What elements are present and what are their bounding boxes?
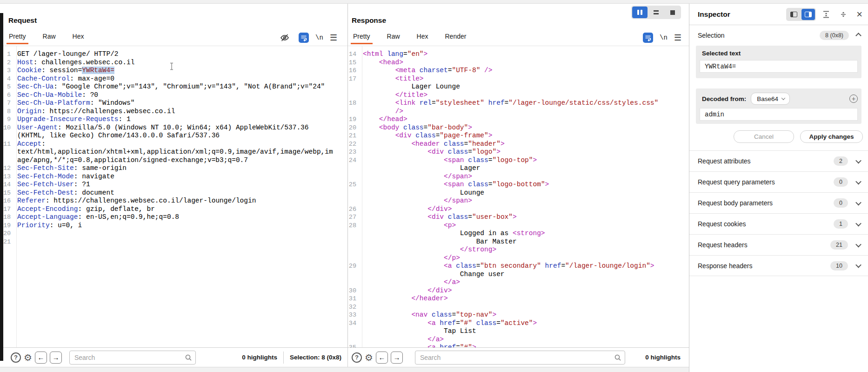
prev-match-button[interactable]: ← [35,352,47,364]
chevron-up-icon[interactable] [855,33,861,39]
code-line[interactable]: 6Sec-Ch-Ua-Mobile: ?0 [3,91,347,100]
settings-gear-icon[interactable]: ⚙ [24,352,32,363]
code-line[interactable]: 21 [3,238,347,246]
code-line[interactable]: 2Host: challenges.websec.co.il [3,59,347,67]
code-line[interactable]: age/apng,*/*;q=0.8,application/signed-ex… [3,156,347,165]
code-line[interactable]: 35 <a href="#"> [348,344,689,347]
dock-right-icon[interactable] [801,9,815,20]
code-line[interactable]: 20 <body class="bar-body"> [348,124,689,132]
inspector-section-request-cookies[interactable]: Request cookies1 [689,213,868,234]
code-line[interactable]: 3Cookie: session=YWRtaW4= [3,67,347,75]
code-line[interactable]: 4Cache-Control: max-age=0 [3,75,347,83]
dock-left-icon[interactable] [787,9,801,20]
code-line[interactable]: 27 <div class="user-box"> [348,213,689,222]
code-line[interactable]: 19 </head> [348,115,689,124]
selected-text-value[interactable]: YWRtaW4= [700,60,858,73]
chevron-down-icon[interactable] [855,157,861,163]
tab-render[interactable]: Render [445,33,467,40]
code-line[interactable]: 20 [3,230,347,238]
chevron-down-icon[interactable] [855,262,861,268]
code-line[interactable]: 16 <meta charset="UTF-8" /> [348,67,689,75]
code-line[interactable]: Tap List [348,327,689,336]
code-line[interactable]: Lager [348,164,689,173]
code-line[interactable]: 26 </div> [348,205,689,214]
cancel-button[interactable]: Cancel [734,130,794,143]
tab-pretty[interactable]: Pretty [9,33,26,40]
code-line[interactable]: </a> [348,278,689,287]
inspector-section-request-body-parameters[interactable]: Request body parameters0 [689,192,868,213]
apply-changes-button[interactable]: Apply changes [800,130,863,143]
code-line[interactable]: 34 <a href="#" class="active"> [348,319,689,328]
code-line[interactable]: 29 <a class="btn secondary" href="/lager… [348,262,689,271]
code-line[interactable]: </span> [348,197,689,205]
editor-menu-icon[interactable]: ☰ [330,34,337,42]
code-line[interactable]: </title> [348,91,689,100]
code-line[interactable]: 10User-Agent: Mozilla/5.0 (Windows NT 10… [3,124,347,132]
code-line[interactable]: 7Sec-Ch-Ua-Platform: "Windows" [3,99,347,108]
tab-pretty[interactable]: Pretty [353,33,370,40]
layout-rows-button[interactable] [648,7,664,18]
code-line[interactable]: 8Origin: https://challenges.websec.co.il [3,108,347,116]
code-line[interactable]: 19Priority: u=0, i [3,222,347,230]
code-line[interactable]: 28 <p> [348,222,689,230]
show-newlines-icon[interactable]: \n [315,34,323,41]
inspector-section-request-headers[interactable]: Request headers21 [689,234,868,255]
response-editor[interactable]: 14<html lang="en">15 <head>16 <meta char… [348,46,689,347]
layout-single-button[interactable] [665,7,680,18]
code-line[interactable]: 33 <nav class="top-nav"> [348,311,689,319]
code-line[interactable]: (KHTML, like Gecko) Chrome/143.0.0.0 Saf… [3,132,347,140]
tab-raw[interactable]: Raw [387,33,400,40]
inspector-section-request-attributes[interactable]: Request attributes2 [689,150,868,171]
add-decoder-icon[interactable]: + [849,95,858,103]
code-line[interactable]: 14<html lang="en"> [348,50,689,59]
code-line[interactable]: 1GET /lager-lounge/ HTTP/2 [3,50,347,59]
code-line[interactable]: </span> [348,173,689,181]
code-line[interactable]: 9Upgrade-Insecure-Requests: 1 [3,115,347,124]
response-search-input[interactable] [415,351,625,365]
expand-all-icon[interactable] [839,10,848,19]
decoded-value[interactable]: admin [700,108,858,121]
code-line[interactable]: 32 [348,303,689,311]
tab-hex[interactable]: Hex [417,33,428,40]
code-line[interactable]: 23 <div class="logo"> [348,148,689,156]
code-line[interactable]: 21 <div class="page-frame"> [348,132,689,140]
request-editor[interactable]: 1GET /lager-lounge/ HTTP/22Host: challen… [3,46,347,347]
close-inspector-icon[interactable]: × [856,9,862,20]
editor-menu-icon[interactable]: ☰ [674,34,681,42]
selection-section-header[interactable]: Selection 8 (0x8) [689,25,868,46]
code-line[interactable]: </p> [348,254,689,263]
code-line[interactable]: Lounge [348,189,689,197]
code-line[interactable]: 13Sec-Fetch-Mode: navigate [3,173,347,181]
soft-wrap-icon[interactable] [299,33,309,43]
show-newlines-icon[interactable]: \n [660,34,668,41]
code-line[interactable]: 30 </div> [348,287,689,295]
code-line[interactable]: </a> [348,336,689,344]
code-line[interactable]: Logged in as <strong> [348,230,689,238]
prev-match-button[interactable]: ← [376,352,388,364]
code-line[interactable]: 5Sec-Ch-Ua: "Google Chrome";v="143", "Ch… [3,83,347,91]
code-line[interactable]: 18 <link rel="stylesheet" href="/lager-l… [348,99,689,108]
collapse-all-icon[interactable] [822,10,830,19]
decoder-dropdown[interactable]: Base64 [751,93,790,105]
request-search-input[interactable] [69,351,196,365]
inspector-section-request-query-parameters[interactable]: Request query parameters0 [689,171,868,192]
chevron-down-icon[interactable] [855,241,861,247]
code-line[interactable]: 15 <head> [348,59,689,67]
chevron-down-icon[interactable] [855,199,861,205]
next-match-button[interactable]: → [391,352,403,364]
help-icon[interactable]: ? [11,352,21,363]
code-line[interactable]: 17Accept-Encoding: gzip, deflate, br [3,205,347,214]
code-line[interactable]: 15Sec-Fetch-Dest: document [3,189,347,197]
hide-nonprintable-icon[interactable] [280,34,289,42]
code-line[interactable]: text/html,application/xhtml+xml,applicat… [3,148,347,156]
code-line[interactable]: Bar Master [348,238,689,246]
layout-columns-button[interactable] [632,7,648,18]
code-line[interactable]: 31 </header> [348,295,689,303]
inspector-section-response-headers[interactable]: Response headers10 [689,255,868,276]
tab-hex[interactable]: Hex [73,33,84,40]
chevron-down-icon[interactable] [855,178,861,184]
soft-wrap-icon[interactable] [643,33,653,43]
settings-gear-icon[interactable]: ⚙ [365,352,373,363]
code-line[interactable]: 16Referer: https://challenges.websec.co.… [3,197,347,205]
code-line[interactable]: 11Accept: [3,140,347,149]
